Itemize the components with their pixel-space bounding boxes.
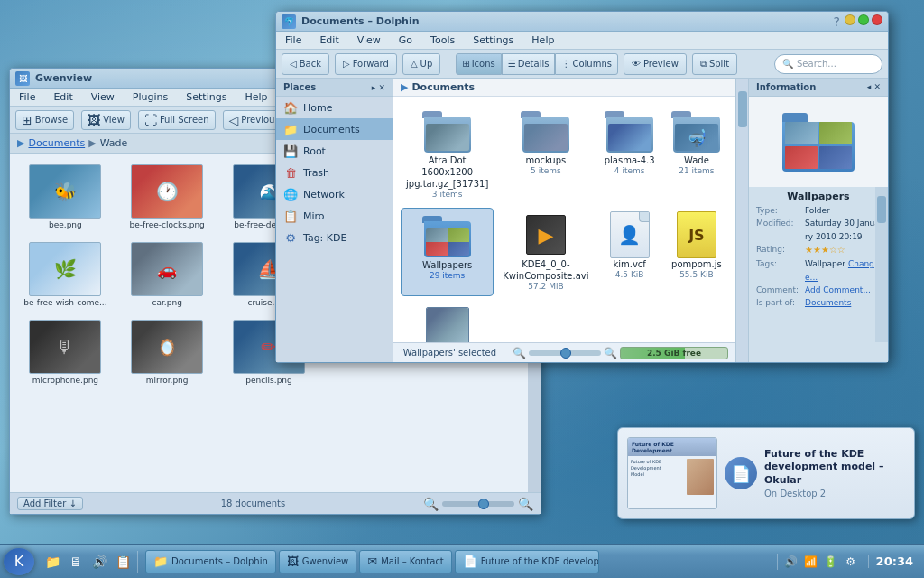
- dolphin-menu-tools[interactable]: Tools: [427, 33, 458, 47]
- zoom-slider[interactable]: [529, 350, 601, 356]
- quick-launch-extra[interactable]: 📋: [112, 551, 134, 573]
- doc-count: 18 documents: [221, 499, 286, 508]
- dolphin-minimize-button[interactable]: [845, 14, 855, 25]
- dolphin-menu-settings[interactable]: Settings: [469, 33, 517, 47]
- zoom-slider[interactable]: [442, 501, 514, 507]
- up-button[interactable]: △ Up: [402, 53, 440, 75]
- dolphin-menu-help[interactable]: Help: [528, 33, 558, 47]
- browse-label: Browse: [35, 115, 68, 125]
- menu-view[interactable]: View: [88, 90, 118, 104]
- quick-launch-files[interactable]: 📁: [42, 551, 63, 573]
- browse-button[interactable]: ⊞ Browse: [15, 110, 74, 130]
- folder-preview: [608, 124, 651, 151]
- menu-help[interactable]: Help: [241, 90, 271, 104]
- tray-battery-icon[interactable]: 🔋: [823, 554, 839, 570]
- list-item[interactable]: be-free-wish-come...: [17, 238, 114, 311]
- menu-file[interactable]: File: [15, 90, 39, 104]
- dolphin-question-button[interactable]: ?: [834, 14, 840, 29]
- places-item-documents[interactable]: 📁 Documents: [276, 118, 393, 140]
- places-item-miro[interactable]: 📋 Miro: [276, 205, 393, 227]
- dolphin-menu-go[interactable]: Go: [395, 33, 416, 47]
- quick-launch-media[interactable]: 🔊: [88, 551, 110, 573]
- forward-button[interactable]: ▷ Forward: [335, 53, 397, 75]
- thumbnail-car: [131, 242, 203, 296]
- file-item-vcf[interactable]: 👤 kim.vcf 4.5 KiB: [598, 208, 661, 296]
- file-item-wade[interactable]: 🤿 Wade 21 items: [665, 104, 728, 204]
- list-item[interactable]: car.png: [119, 238, 216, 311]
- add-filter-button[interactable]: Add Filter ↓: [17, 497, 83, 510]
- list-item[interactable]: mirror.png: [119, 316, 216, 388]
- file-item-avi[interactable]: ▶ KDE4_0_0-KwinComposite.avi 57.2 MiB: [497, 208, 594, 296]
- zoom-in-icon[interactable]: 🔍: [518, 497, 533, 511]
- file-item-plasma[interactable]: plasma-4.3 4 items: [598, 104, 661, 204]
- split-button[interactable]: ⧉ Split: [692, 53, 737, 75]
- places-item-root[interactable]: 💾 Root: [276, 140, 393, 162]
- files-scrollbar[interactable]: [735, 79, 748, 362]
- preview-button[interactable]: 👁 Preview: [624, 53, 687, 75]
- dolphin-maximize-button[interactable]: [858, 14, 869, 25]
- task-window-list: 📁 Documents – Dolphin 🖼 Gwenview ✉ Mail …: [142, 550, 773, 573]
- system-clock[interactable]: 20:34: [868, 555, 920, 568]
- zoom-out-icon[interactable]: 🔍: [423, 497, 439, 511]
- places-item-home[interactable]: 🏠 Home: [276, 97, 393, 118]
- start-button[interactable]: K: [4, 548, 34, 575]
- places-kde-label: Tag: KDE: [303, 232, 346, 244]
- info-preview: [749, 97, 888, 187]
- places-item-network[interactable]: 🌐 Network: [276, 183, 393, 205]
- file-item-jpg[interactable]: akademy-2009-group-photo.jpg: [401, 300, 494, 342]
- quick-launch-browser[interactable]: 🖥: [65, 551, 87, 573]
- menu-settings[interactable]: Settings: [182, 90, 230, 104]
- back-icon: ◁: [290, 59, 297, 69]
- dolphin-menu-edit[interactable]: Edit: [316, 33, 342, 47]
- taskbar-kontact[interactable]: ✉ Mail – Kontact: [359, 550, 452, 573]
- file-item-mockups[interactable]: mockups 5 items: [497, 104, 594, 204]
- dolphin-menu-file[interactable]: File: [282, 33, 305, 47]
- list-item[interactable]: microphone.png: [17, 316, 114, 388]
- partof-val[interactable]: Documents: [805, 296, 851, 309]
- file-name-atra: Atra Dot 1600x1200 jpg.tar.gz_[31731]: [406, 154, 488, 190]
- icons-view-button[interactable]: ⊞ Icons: [456, 53, 502, 75]
- file-item-wallpapers[interactable]: Wallpapers 29 items: [401, 208, 494, 296]
- thumbnail-mic: [29, 320, 101, 374]
- zoom-in-icon[interactable]: 🔍: [604, 347, 617, 359]
- dolphin-close-button[interactable]: [872, 14, 882, 25]
- modified-key: Modified:: [756, 217, 801, 243]
- files-statusbar: 'Wallpapers' selected 🔍 🔍 2.5 GiB free: [393, 342, 735, 362]
- taskbar-dolphin[interactable]: 📁 Documents – Dolphin: [145, 550, 276, 573]
- menu-plugins[interactable]: Plugins: [129, 90, 171, 104]
- dolphin-title: Documents – Dolphin: [301, 15, 420, 27]
- zoom-thumb[interactable]: [560, 348, 571, 359]
- breadcrumb-documents[interactable]: Documents: [28, 137, 85, 149]
- file-item-js[interactable]: pompom.js 55.5 KiB: [665, 208, 728, 296]
- selected-status: 'Wallpapers' selected: [401, 348, 496, 358]
- info-panel-scrollbar[interactable]: [875, 187, 888, 342]
- taskbar-gwenview[interactable]: 🖼 Gwenview: [279, 550, 356, 573]
- zoom-thumb[interactable]: [478, 499, 489, 509]
- back-button[interactable]: ◁ Back: [282, 53, 329, 75]
- add-comment-link[interactable]: Add Comment...: [805, 284, 871, 296]
- tray-volume-icon[interactable]: 🔊: [783, 554, 799, 570]
- files-scroll-thumb[interactable]: [738, 91, 747, 127]
- details-view-button[interactable]: ☰ Details: [502, 53, 556, 75]
- zoom-out-icon[interactable]: 🔍: [513, 347, 526, 359]
- info-scroll-thumb[interactable]: [877, 196, 886, 223]
- list-item[interactable]: be-free-clocks.png: [119, 161, 216, 233]
- places-item-kde[interactable]: ⚙ Tag: KDE: [276, 227, 393, 248]
- fullscreen-button[interactable]: ⛶ Full Screen: [138, 110, 216, 130]
- search-box[interactable]: 🔍 Search...: [774, 54, 882, 74]
- tray-extra-icon[interactable]: ⚙: [843, 554, 859, 570]
- kontact-taskbar-icon: ✉: [367, 555, 377, 568]
- tray-network-icon[interactable]: 📶: [803, 554, 819, 570]
- columns-view-button[interactable]: ⋮ Columns: [555, 53, 618, 75]
- taskbar-okular[interactable]: 📄 Future of the KDE developm...: [455, 550, 599, 573]
- menu-edit[interactable]: Edit: [50, 90, 76, 104]
- dolphin-menu-view[interactable]: View: [354, 33, 384, 47]
- free-space-text: 2.5 GiB free: [647, 349, 701, 358]
- places-options-icon[interactable]: ▸ ✕: [372, 83, 385, 92]
- root-icon: 💾: [283, 144, 298, 158]
- list-item[interactable]: bee.png: [17, 161, 114, 233]
- file-item-atra[interactable]: Atra Dot 1600x1200 jpg.tar.gz_[31731] 3 …: [401, 104, 494, 204]
- view-button[interactable]: 🖼 View: [81, 110, 131, 130]
- places-item-trash[interactable]: 🗑 Trash: [276, 162, 393, 183]
- info-panel-options[interactable]: ◂ ✕: [867, 82, 881, 92]
